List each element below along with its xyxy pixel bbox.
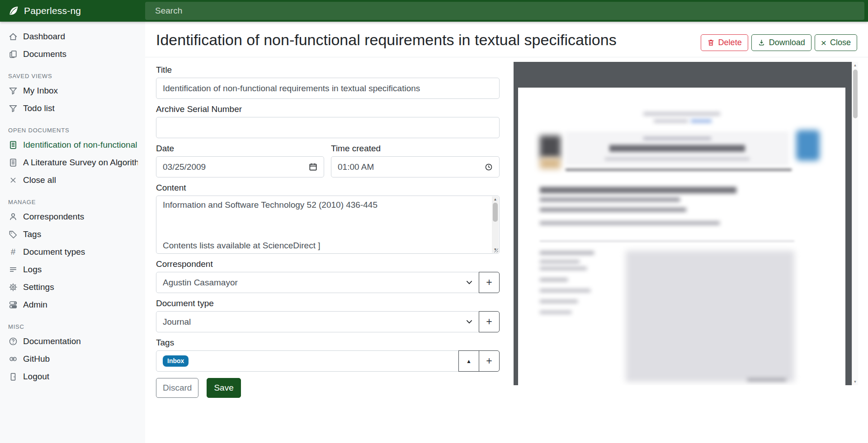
sidebar-section-misc: MISC bbox=[8, 323, 138, 330]
sidebar-open-doc-1[interactable]: Identification of non-functional require… bbox=[0, 136, 145, 154]
asn-field-group: Archive Serial Number bbox=[156, 104, 500, 138]
add-document-type-button[interactable]: + bbox=[479, 311, 500, 332]
tag-badge-inbox[interactable]: Inbox bbox=[163, 355, 189, 367]
asn-label: Archive Serial Number bbox=[156, 104, 500, 114]
trash-icon bbox=[707, 39, 715, 47]
blurred-text-line bbox=[691, 119, 712, 123]
sidebar-item-documents[interactable]: Documents bbox=[0, 46, 145, 63]
sidebar-item-settings[interactable]: Settings bbox=[0, 279, 145, 296]
sidebar-item-label: Dashboard bbox=[23, 32, 65, 42]
funnel-icon bbox=[8, 86, 18, 96]
pdf-preview-pane[interactable]: ▲ ▼ bbox=[514, 62, 858, 385]
sidebar-item-logs[interactable]: Logs bbox=[0, 261, 145, 279]
sidebar-item-label: My Inbox bbox=[23, 86, 58, 96]
document-type-label: Document type bbox=[156, 298, 500, 308]
sidebar-item-label: Todo list bbox=[23, 103, 55, 113]
sidebar-item-my-inbox[interactable]: My Inbox bbox=[0, 82, 145, 100]
close-button[interactable]: × Close bbox=[815, 34, 857, 51]
date-input[interactable]: 03/25/2009 bbox=[156, 156, 324, 177]
scroll-up-icon[interactable]: ▲ bbox=[494, 196, 497, 203]
link-icon bbox=[8, 354, 18, 364]
door-icon bbox=[8, 372, 18, 382]
document-header: Identification of non-functional require… bbox=[145, 22, 868, 57]
documents-icon bbox=[8, 49, 18, 59]
search-input[interactable] bbox=[145, 2, 864, 20]
file-text-icon bbox=[8, 140, 18, 150]
clock-icon[interactable] bbox=[485, 163, 493, 171]
preview-scrollbar[interactable]: ▲ ▼ bbox=[852, 62, 858, 385]
content-textarea[interactable]: Information and Software Technology 52 (… bbox=[156, 196, 500, 254]
download-icon bbox=[758, 39, 765, 47]
correspondent-label: Correspondent bbox=[156, 259, 500, 269]
sidebar-item-label: Admin bbox=[23, 300, 47, 310]
sidebar-item-documentation[interactable]: Documentation bbox=[0, 333, 145, 350]
blurred-text-line bbox=[540, 197, 680, 202]
sidebar-item-dashboard[interactable]: Dashboard bbox=[0, 28, 145, 46]
collapse-tags-button[interactable]: ▲ bbox=[458, 350, 479, 372]
calendar-icon[interactable] bbox=[309, 163, 317, 171]
tags-field-group: Tags Inbox ▲ + bbox=[156, 338, 500, 372]
time-label: Time created bbox=[331, 144, 500, 154]
content-line-2: Contents lists available at ScienceDirec… bbox=[163, 241, 321, 251]
chevron-down-icon bbox=[466, 320, 472, 324]
save-button[interactable]: Save bbox=[207, 378, 241, 398]
blurred-article-title bbox=[540, 187, 736, 193]
download-button-label: Download bbox=[769, 38, 805, 47]
blurred-text-line bbox=[540, 260, 580, 263]
header-buttons: Delete Download × Close bbox=[701, 34, 857, 51]
sidebar-item-label: Documents bbox=[23, 49, 66, 59]
funnel-icon bbox=[8, 103, 18, 113]
document-type-field-group: Document type Journal + bbox=[156, 298, 500, 332]
sidebar-item-logout[interactable]: Logout bbox=[0, 368, 145, 386]
blurred-rule bbox=[566, 169, 792, 171]
content-scrollbar[interactable]: ▲ ▼ bbox=[492, 196, 499, 253]
blurred-elsevier-logo bbox=[796, 130, 820, 161]
blurred-text-line bbox=[643, 112, 720, 116]
tag-icon bbox=[8, 229, 18, 239]
sidebar-item-correspondents[interactable]: Correspondents bbox=[0, 208, 145, 226]
delete-button[interactable]: Delete bbox=[701, 34, 748, 51]
scroll-down-icon[interactable]: ▼ bbox=[854, 378, 857, 385]
blurred-text-line bbox=[540, 267, 587, 270]
app-brand[interactable]: Paperless-ng bbox=[0, 0, 145, 22]
blurred-text-line bbox=[540, 251, 594, 255]
scrollbar-thumb[interactable] bbox=[853, 70, 858, 118]
document-type-select[interactable]: Journal bbox=[156, 311, 479, 332]
leaf-icon bbox=[8, 5, 19, 16]
scroll-up-icon[interactable]: ▲ bbox=[854, 62, 857, 69]
time-field-group: Time created 01:00 AM bbox=[331, 144, 500, 177]
sidebar-item-document-types[interactable]: # Document types bbox=[0, 243, 145, 261]
download-button[interactable]: Download bbox=[751, 34, 811, 51]
sidebar-item-todo-list[interactable]: Todo list bbox=[0, 100, 145, 117]
sidebar-section-saved-views: SAVED VIEWS bbox=[8, 73, 138, 79]
title-input[interactable]: Identification of non-functional require… bbox=[156, 78, 500, 99]
toggles-icon bbox=[8, 300, 18, 310]
sidebar-item-label: A Literature Survey on Algorithms for Mu… bbox=[23, 158, 138, 168]
sidebar-item-close-all[interactable]: Close all bbox=[0, 172, 145, 189]
sidebar-item-label: Close all bbox=[23, 175, 56, 185]
tags-input[interactable]: Inbox bbox=[156, 350, 459, 372]
correspondent-field-group: Correspondent Agustin Casamayor + bbox=[156, 259, 500, 293]
blurred-text-line bbox=[540, 300, 578, 303]
scrollbar-thumb[interactable] bbox=[493, 203, 498, 222]
document-edit-form: Title Identification of non-functional r… bbox=[156, 65, 500, 398]
page-title: Identification of non-functional require… bbox=[156, 31, 617, 49]
house-icon bbox=[8, 32, 18, 42]
add-correspondent-button[interactable]: + bbox=[479, 272, 500, 293]
blurred-text-line bbox=[540, 311, 571, 314]
discard-button[interactable]: Discard bbox=[156, 378, 198, 398]
sidebar-item-label: Document types bbox=[23, 247, 85, 257]
file-text-icon bbox=[8, 158, 18, 168]
time-input[interactable]: 01:00 AM bbox=[331, 156, 500, 177]
blurred-text-line bbox=[747, 378, 786, 381]
asn-input[interactable] bbox=[156, 117, 500, 138]
add-tag-button[interactable]: + bbox=[479, 350, 500, 372]
title-field-group: Title Identification of non-functional r… bbox=[156, 65, 500, 99]
correspondent-select[interactable]: Agustin Casamayor bbox=[156, 272, 479, 293]
sidebar-item-tags[interactable]: Tags bbox=[0, 226, 145, 243]
blurred-text-line bbox=[540, 221, 720, 225]
sidebar-item-github[interactable]: GitHub bbox=[0, 350, 145, 368]
sidebar-open-doc-2[interactable]: A Literature Survey on Algorithms for Mu… bbox=[0, 154, 145, 172]
blurred-divider bbox=[540, 241, 794, 242]
sidebar-item-admin[interactable]: Admin bbox=[0, 296, 145, 314]
